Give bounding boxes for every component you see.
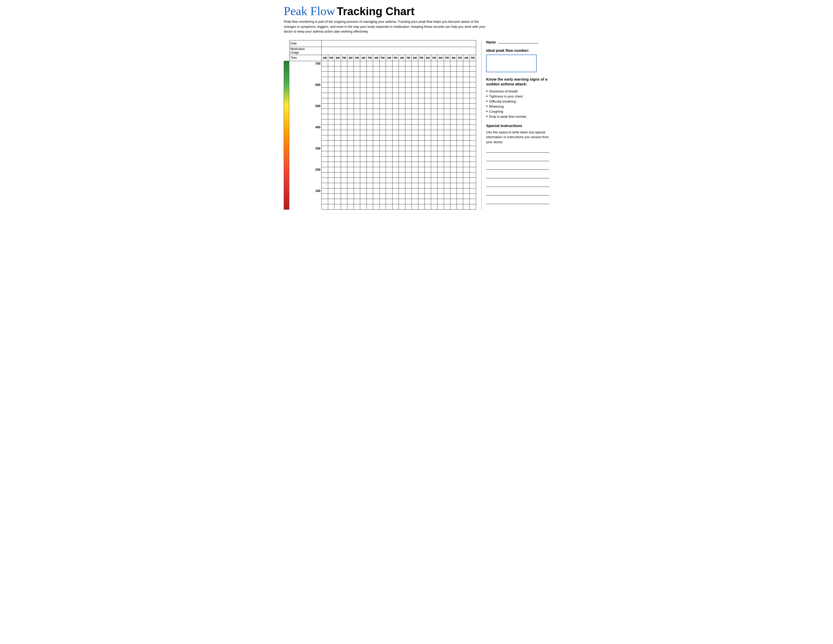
bullet-icon: •	[486, 89, 488, 93]
table-row	[289, 151, 476, 156]
warning-signs-title: Know the early warning signs of a sudden…	[486, 77, 549, 87]
table-row	[289, 177, 476, 183]
time-am-11: AM	[450, 55, 457, 61]
table-row: 700	[289, 61, 476, 66]
write-line-3[interactable]	[486, 165, 549, 170]
table-row	[289, 98, 476, 103]
time-pm-3: PM	[354, 55, 360, 61]
row-label-500: 500	[289, 103, 322, 109]
write-line-7[interactable]	[486, 200, 549, 204]
ideal-peak-box[interactable]	[486, 55, 537, 72]
write-line-1[interactable]	[486, 148, 549, 153]
time-am-9: AM	[425, 55, 431, 61]
chart-container: Date MedicationUsage Time AM PM	[284, 40, 476, 209]
medication-cell[interactable]	[322, 47, 476, 55]
row-label-300: 300	[289, 146, 322, 151]
warning-item-6: Drop in peak flow number	[489, 115, 527, 118]
date-row: Date	[289, 40, 476, 47]
time-am-5: AM	[373, 55, 380, 61]
time-am-4: AM	[360, 55, 367, 61]
warning-item-5: Coughing	[489, 109, 503, 113]
time-am-10: AM	[437, 55, 444, 61]
list-item: • Wheezing	[486, 104, 549, 109]
table-row	[289, 140, 476, 146]
chart-area: Date MedicationUsage Time AM PM	[284, 40, 476, 209]
medication-label: MedicationUsage	[289, 47, 322, 55]
row-label-100: 100	[289, 188, 322, 193]
list-item: • Tightness in your chest	[486, 94, 549, 99]
list-item: • Difficulty breathing	[486, 99, 549, 104]
special-instructions-title: Special Instructions	[486, 124, 549, 128]
time-pm-8: PM	[418, 55, 425, 61]
list-item: • Shortness of breath	[486, 89, 549, 94]
main-content: Date MedicationUsage Time AM PM	[284, 40, 549, 209]
time-pm-9: PM	[431, 55, 437, 61]
chart-table: Date MedicationUsage Time AM PM	[289, 40, 476, 209]
table-row: 300	[289, 146, 476, 151]
color-bar-wrapper	[284, 40, 289, 209]
time-pm-7: PM	[405, 55, 412, 61]
name-label: Name	[486, 40, 496, 44]
name-section: Name	[486, 40, 549, 44]
time-pm-10: PM	[444, 55, 450, 61]
special-instructions-desc: Use this space to write down any special…	[486, 130, 549, 145]
time-pm-4: PM	[367, 55, 373, 61]
bullet-icon: •	[486, 99, 488, 103]
ideal-peak-label: Ideal peak flow number:	[486, 48, 549, 53]
table-row	[289, 119, 476, 124]
write-line-2[interactable]	[486, 156, 549, 161]
special-instructions-section: Special Instructions Use this space to w…	[486, 124, 549, 204]
table-row	[289, 135, 476, 140]
time-label: Time	[289, 55, 322, 61]
time-pm-1: PM	[328, 55, 334, 61]
time-am-3: AM	[347, 55, 354, 61]
header: Peak Flow Tracking Chart Peak flow monit…	[284, 5, 549, 34]
time-pm-11: PM	[457, 55, 463, 61]
table-row	[289, 87, 476, 93]
write-line-5[interactable]	[486, 182, 549, 187]
grid-outer: Date MedicationUsage Time AM PM	[289, 40, 476, 209]
date-label: Date	[289, 40, 322, 47]
warning-item-2: Tightness in your chest	[489, 95, 523, 98]
table-row	[289, 93, 476, 98]
table-row: 500	[289, 103, 476, 109]
name-line[interactable]	[498, 43, 538, 43]
table-row	[289, 204, 476, 209]
time-pm-6: PM	[392, 55, 399, 61]
row-label-400: 400	[289, 124, 322, 130]
table-row	[289, 66, 476, 71]
write-line-4[interactable]	[486, 174, 549, 178]
ideal-peak-section: Ideal peak flow number:	[486, 48, 549, 72]
time-am-2: AM	[334, 55, 341, 61]
date-cell[interactable]	[322, 40, 476, 47]
table-row	[289, 71, 476, 77]
color-bar	[284, 61, 289, 209]
bullet-icon: •	[486, 109, 488, 113]
sidebar: Name Ideal peak flow number: Know the ea…	[481, 40, 549, 209]
time-am-12: AM	[463, 55, 470, 61]
write-line-6[interactable]	[486, 191, 549, 195]
time-am-6: AM	[386, 55, 392, 61]
time-am-8: AM	[412, 55, 418, 61]
title-bold: Tracking Chart	[337, 6, 415, 17]
table-row	[289, 162, 476, 167]
table-row	[289, 199, 476, 204]
warning-item-3: Difficulty breathing	[489, 100, 516, 103]
title-row: Peak Flow Tracking Chart	[284, 5, 549, 17]
table-row: 600	[289, 82, 476, 87]
table-row	[289, 172, 476, 177]
warning-list: • Shortness of breath • Tightness in you…	[486, 89, 549, 119]
row-label-700: 700	[289, 61, 322, 66]
time-pm-5: PM	[380, 55, 386, 61]
warning-signs-section: Know the early warning signs of a sudden…	[486, 77, 549, 119]
bullet-icon: •	[486, 104, 488, 108]
table-row: 400	[289, 124, 476, 130]
bullet-icon: •	[486, 94, 488, 98]
row-label-200: 200	[289, 167, 322, 172]
table-row	[289, 156, 476, 162]
page-wrapper: Peak Flow Tracking Chart Peak flow monit…	[284, 5, 549, 209]
list-item: • Coughing	[486, 109, 549, 114]
table-row	[289, 193, 476, 199]
table-row	[289, 109, 476, 114]
table-row	[289, 183, 476, 188]
